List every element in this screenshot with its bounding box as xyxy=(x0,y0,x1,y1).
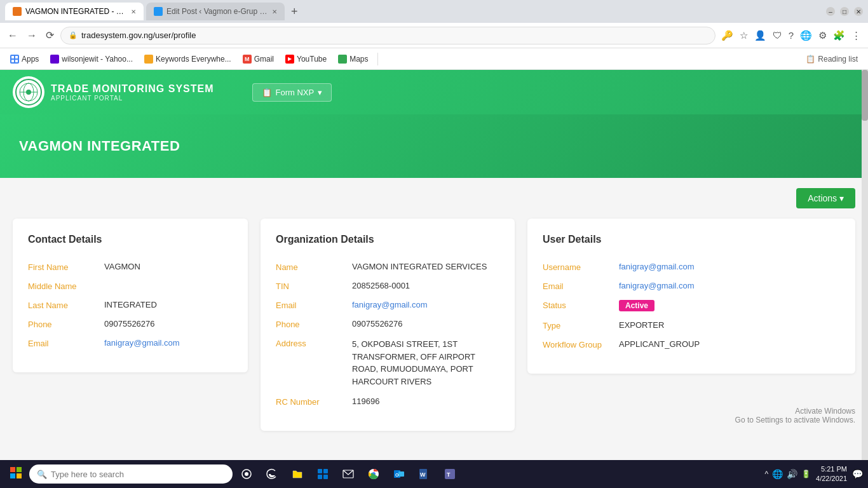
svg-rect-9 xyxy=(10,467,15,472)
scrollbar[interactable] xyxy=(862,70,868,463)
svg-text:T: T xyxy=(447,471,451,478)
taskbar-search-box[interactable]: 🔍 xyxy=(29,464,233,484)
reload-button[interactable]: ⟳ xyxy=(43,27,57,44)
svg-text:W: W xyxy=(420,471,426,478)
tab-1-close[interactable]: ✕ xyxy=(131,8,136,15)
settings-icon-btn[interactable]: ⚙ xyxy=(817,28,829,43)
actions-label: Actions ▾ xyxy=(808,193,844,203)
start-button[interactable] xyxy=(5,464,27,484)
help-icon-btn[interactable]: ? xyxy=(787,28,796,43)
bookmark-maps-label: Maps xyxy=(349,55,368,64)
window-maximize[interactable]: □ xyxy=(840,7,849,16)
svg-rect-11 xyxy=(10,473,15,478)
taskbar-chrome[interactable] xyxy=(362,463,385,485)
menu-icon-btn[interactable]: ⋮ xyxy=(850,28,863,43)
svg-rect-17 xyxy=(318,475,322,479)
user-email-label: Email xyxy=(543,281,619,291)
tab-1[interactable]: VAGMON INTEGRATED - Trade M... ✕ xyxy=(5,3,144,20)
taskbar-teams[interactable]: T xyxy=(438,463,461,485)
bookmark-gmail[interactable]: M Gmail xyxy=(238,52,279,66)
taskbar-date: 4/22/2021 xyxy=(816,474,847,484)
bookmark-apps-label: Apps xyxy=(22,55,39,64)
search-input[interactable] xyxy=(51,470,225,479)
taskbar-store[interactable] xyxy=(311,463,334,485)
app-title-sub: APPLICANT PORTAL xyxy=(51,95,214,102)
field-org-name: Name VAGMON INTEGRATED SERVICES xyxy=(276,262,499,272)
tab-2-close[interactable]: ✕ xyxy=(272,8,277,15)
svg-rect-18 xyxy=(323,475,328,479)
org-phone-value: 09075526276 xyxy=(352,319,499,329)
svg-rect-1 xyxy=(15,56,18,58)
window-minimize[interactable]: – xyxy=(826,7,835,16)
email-label: Email xyxy=(28,338,104,348)
tab-2-favicon xyxy=(154,7,163,16)
status-badge: Active xyxy=(619,300,654,311)
svg-text:O: O xyxy=(395,473,399,477)
org-email-label: Email xyxy=(276,300,352,310)
gmail-favicon: M xyxy=(243,55,252,64)
workflow-group-value: APPLICANT_GROUP xyxy=(619,339,840,349)
tab-2-title: Edit Post ‹ Vagmon e-Grup & Loc... xyxy=(166,7,268,16)
taskbar-edge-btn[interactable] xyxy=(261,463,283,485)
org-phone-label: Phone xyxy=(276,319,352,329)
bookmark-youtube[interactable]: ▶ YouTube xyxy=(280,52,332,66)
taskbar-mail[interactable] xyxy=(337,463,360,485)
back-button[interactable]: ← xyxy=(5,27,20,44)
scrollbar-thumb[interactable] xyxy=(862,70,868,121)
rc-number-value: 119696 xyxy=(352,396,499,406)
logo-svg xyxy=(15,78,43,106)
field-user-email: Email fanigray@gmail.com xyxy=(543,281,840,291)
user-icon-btn[interactable]: 👤 xyxy=(752,28,768,43)
field-first-name: First Name VAGMON xyxy=(28,262,233,272)
forward-button[interactable]: → xyxy=(24,27,39,44)
tab-2[interactable]: Edit Post ‹ Vagmon e-Grup & Loc... ✕ xyxy=(146,3,285,20)
svg-rect-0 xyxy=(11,56,14,58)
reading-list-button[interactable]: 📋 Reading list xyxy=(801,52,863,66)
taskbar-task-view[interactable] xyxy=(235,463,258,485)
reading-list-icon: 📋 xyxy=(806,55,815,64)
new-tab-button[interactable]: + xyxy=(287,5,302,18)
bookmark-youtube-label: YouTube xyxy=(297,55,327,64)
key-icon-btn[interactable]: 🔑 xyxy=(719,28,735,43)
form-nxp-button[interactable]: 📋 Form NXP ▾ xyxy=(252,83,332,102)
shield-icon-btn[interactable]: 🛡 xyxy=(771,28,784,43)
bookmark-yahoo[interactable]: wilsonjewit - Yahoo... xyxy=(45,52,138,66)
taskbar-outlook[interactable]: O xyxy=(388,463,410,485)
actions-button[interactable]: Actions ▾ xyxy=(796,188,855,208)
field-phone: Phone 09075526276 xyxy=(28,319,233,329)
svg-rect-16 xyxy=(323,469,328,473)
bookmark-maps[interactable]: Maps xyxy=(333,52,373,66)
battery-icon: 🔋 xyxy=(801,470,811,478)
network-icon[interactable]: 🌐 xyxy=(772,469,783,479)
address-bar[interactable]: 🔒 tradesystem.gov.ng/user/profile xyxy=(60,27,715,44)
org-name-value: VAGMON INTEGRATED SERVICES xyxy=(352,262,499,271)
taskbar-word[interactable]: W xyxy=(413,463,436,485)
extensions-icon-btn[interactable]: 🧩 xyxy=(831,28,847,43)
taskbar-time-display[interactable]: 5:21 PM 4/22/2021 xyxy=(816,464,847,484)
app-title-block: TRADE MONITORING SYSTEM APPLICANT PORTAL xyxy=(51,83,214,102)
window-close[interactable]: ✕ xyxy=(854,7,863,16)
volume-icon[interactable]: 🔊 xyxy=(787,469,797,479)
star-icon-btn[interactable]: ☆ xyxy=(738,28,750,43)
svg-rect-15 xyxy=(318,469,322,473)
chevron-up-icon[interactable]: ^ xyxy=(764,470,768,478)
taskbar: 🔍 O W T ^ 🌐 🔊 🔋 5:21 PM 4/22/2021 xyxy=(0,460,868,488)
notification-icon[interactable]: 💬 xyxy=(852,469,863,479)
type-value: EXPORTER xyxy=(619,320,840,330)
lock-icon: 🔒 xyxy=(69,31,78,39)
logo-area: TRADE MONITORING SYSTEM APPLICANT PORTAL xyxy=(13,76,214,108)
yahoo-favicon xyxy=(50,55,59,64)
username-value: fanigray@gmail.com xyxy=(619,262,840,271)
actions-bar: Actions ▾ xyxy=(13,188,855,208)
logo-circle xyxy=(13,76,44,108)
browser-toolbar: ← → ⟳ 🔒 tradesystem.gov.ng/user/profile … xyxy=(0,23,868,48)
phone-value: 09075526276 xyxy=(104,319,233,329)
bookmark-keywords[interactable]: Keywords Everywhe... xyxy=(139,52,236,66)
taskbar-file-explorer[interactable] xyxy=(286,463,309,485)
first-name-value: VAGMON xyxy=(104,262,233,271)
org-email-value: fanigray@gmail.com xyxy=(352,300,499,309)
bookmark-apps[interactable]: Apps xyxy=(5,52,44,66)
window-controls: – □ ✕ xyxy=(826,7,863,16)
translate-icon-btn[interactable]: 🌐 xyxy=(798,28,814,43)
svg-rect-23 xyxy=(398,471,404,477)
